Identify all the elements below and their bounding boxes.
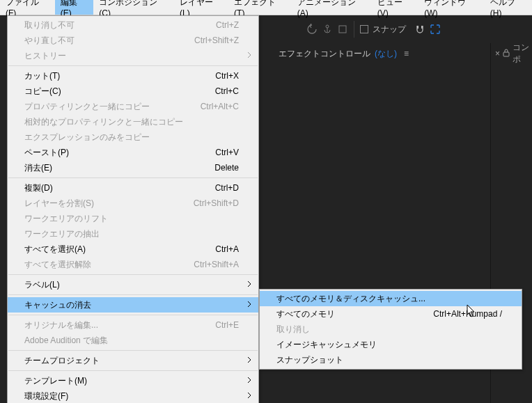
- menu-separator: [8, 370, 258, 371]
- menu-item-label: キャッシュの消去: [24, 299, 91, 311]
- menu-item[interactable]: 消去(E)Delete: [8, 160, 258, 175]
- menu-item-shortcut: Ctrl+D: [215, 183, 239, 193]
- cache-submenu: すべてのメモリ＆ディスクキャッシュ...すべてのメモリCtrl+Alt+Nump…: [259, 289, 522, 370]
- menu-view[interactable]: ビュー(V): [372, 0, 419, 15]
- menu-item-label: ラベル(L): [24, 279, 60, 291]
- submenu-item[interactable]: イメージキャッシュメモリ: [260, 337, 522, 352]
- chevron-right-icon: [247, 391, 251, 401]
- menu-window[interactable]: ウィンドウ(W): [418, 0, 485, 15]
- menu-item: プロパティリンクと一緒にコピーCtrl+Alt+C: [8, 99, 258, 114]
- menu-item-shortcut: Ctrl+V: [215, 148, 239, 157]
- menu-item-label: レイヤーを分割(S): [24, 198, 94, 210]
- toolbar-separator: [354, 21, 354, 38]
- menu-item-shortcut: Ctrl+Shift+A: [194, 260, 239, 269]
- menu-item: ワークエリアの抽出: [8, 226, 258, 242]
- menu-item-label: 消去(E): [24, 162, 52, 174]
- menu-item-label: 取り消し不可: [24, 19, 75, 31]
- menu-item-label: 相対的なプロパティリンクと一緒にコピー: [24, 116, 183, 128]
- menu-item-label: ペースト(P): [24, 147, 69, 159]
- submenu-item[interactable]: スナップショット: [260, 352, 522, 368]
- menu-item: エクスプレッションのみをコピー: [8, 129, 258, 145]
- submenu-item-label: すべてのメモリ＆ディスクキャッシュ...: [276, 293, 425, 305]
- submenu-item-label: スナップショット: [276, 354, 343, 366]
- menu-item[interactable]: カット(T)Ctrl+X: [8, 68, 258, 84]
- menu-edit[interactable]: 編集(E): [55, 0, 94, 15]
- menu-item-label: コピー(C): [24, 86, 61, 97]
- menu-item-label: すべてを選択解除: [24, 259, 91, 271]
- submenu-item[interactable]: すべてのメモリCtrl+Alt+Numpad /: [260, 306, 522, 322]
- menu-item[interactable]: チームプロジェクト: [8, 353, 258, 368]
- close-icon[interactable]: ×: [495, 49, 500, 58]
- menu-item[interactable]: テンプレート(M): [8, 373, 258, 388]
- menu-item-label: 環境設定(F): [24, 390, 68, 402]
- menu-item[interactable]: キャッシュの消去: [8, 297, 258, 313]
- menu-item-label: 複製(D): [24, 182, 53, 194]
- menu-item-shortcut: Ctrl+Z: [216, 20, 239, 30]
- menu-item[interactable]: コピー(C)Ctrl+C: [8, 84, 258, 99]
- chevron-right-icon: [247, 300, 251, 310]
- menu-item-shortcut: Ctrl+C: [215, 86, 239, 96]
- menu-item-label: すべてを選択(A): [24, 244, 86, 255]
- menu-item: ヒストリー: [8, 48, 258, 63]
- menu-item-shortcut: Ctrl+A: [215, 244, 239, 254]
- menu-item-shortcut: Ctrl+Shift+D: [194, 198, 239, 208]
- composition-tab[interactable]: コンポ: [513, 42, 532, 65]
- menu-layer[interactable]: レイヤー(L): [174, 0, 228, 15]
- menu-file[interactable]: ファイル(F): [0, 0, 55, 15]
- menu-effect[interactable]: エフェクト(T): [228, 0, 292, 15]
- menu-item-shortcut: Ctrl+Alt+C: [201, 102, 239, 111]
- menu-item-label: エクスプレッションのみをコピー: [24, 132, 150, 143]
- submenu-item-label: イメージキャッシュメモリ: [276, 339, 377, 351]
- menu-item-label: チームプロジェクト: [24, 355, 100, 367]
- menu-animation[interactable]: アニメーション(A): [292, 0, 372, 15]
- menu-help[interactable]: ヘルプ(H): [485, 0, 532, 15]
- menu-item[interactable]: すべてを選択(A)Ctrl+A: [8, 242, 258, 257]
- effect-controls-target[interactable]: (なし): [375, 48, 397, 60]
- menu-separator: [8, 65, 258, 66]
- menu-item-label: テンプレート(M): [24, 375, 87, 387]
- magnet-icon[interactable]: [414, 24, 425, 35]
- submenu-item[interactable]: すべてのメモリ＆ディスクキャッシュ...: [260, 291, 522, 306]
- menu-item: オリジナルを編集...Ctrl+E: [8, 317, 258, 333]
- submenu-item-label: 取り消し: [276, 324, 310, 335]
- menu-separator: [8, 274, 258, 275]
- menu-item: すべてを選択解除Ctrl+Shift+A: [8, 257, 258, 272]
- menu-separator: [8, 177, 258, 178]
- menu-separator: [8, 294, 258, 295]
- submenu-item: 取り消し: [260, 322, 522, 337]
- menu-item-label: ヒストリー: [24, 50, 66, 62]
- menu-item-label: Adobe Audition で編集: [24, 335, 108, 347]
- edit-dropdown: 取り消し不可Ctrl+Zやり直し不可Ctrl+Shift+Zヒストリーカット(T…: [7, 15, 259, 403]
- menu-separator: [8, 315, 258, 315]
- snap-checkbox[interactable]: [360, 25, 368, 33]
- effect-controls-tab[interactable]: エフェクトコントロール: [279, 48, 370, 60]
- menu-item-label: やり直し不可: [24, 35, 75, 47]
- svg-rect-1: [339, 26, 346, 33]
- menu-item: 取り消し不可Ctrl+Z: [8, 17, 258, 33]
- menu-item-shortcut: Ctrl+X: [215, 71, 239, 81]
- chevron-right-icon: [247, 376, 251, 386]
- submenu-item-shortcut: Ctrl+Alt+Numpad /: [433, 309, 502, 319]
- menu-item: 相対的なプロパティリンクと一緒にコピー: [8, 114, 258, 129]
- menu-item[interactable]: 環境設定(F): [8, 388, 258, 403]
- snap-label: スナップ: [373, 24, 406, 35]
- rect-tool-icon[interactable]: [337, 24, 348, 35]
- lock-icon[interactable]: [503, 49, 510, 59]
- anchor-tool-icon[interactable]: [322, 24, 333, 35]
- menu-item-shortcut: Ctrl+Shift+Z: [194, 35, 239, 45]
- menu-item: Adobe Audition で編集: [8, 333, 258, 348]
- menu-item[interactable]: ラベル(L): [8, 277, 258, 292]
- menu-item[interactable]: ペースト(P)Ctrl+V: [8, 145, 258, 160]
- chevron-right-icon: [247, 356, 251, 365]
- rotate-tool-icon[interactable]: [306, 24, 318, 35]
- submenu-item-label: すべてのメモリ: [276, 308, 335, 320]
- panel-menu-icon[interactable]: ≡: [404, 49, 409, 58]
- menu-item-label: カット(T): [24, 70, 60, 82]
- menu-composition[interactable]: コンポジション(C): [93, 0, 174, 15]
- menu-item[interactable]: 複製(D)Ctrl+D: [8, 180, 258, 196]
- chevron-right-icon: [247, 51, 251, 61]
- menu-item: レイヤーを分割(S)Ctrl+Shift+D: [8, 196, 258, 211]
- svg-rect-2: [503, 52, 509, 56]
- expand-icon[interactable]: [430, 24, 441, 35]
- chevron-right-icon: [247, 280, 251, 290]
